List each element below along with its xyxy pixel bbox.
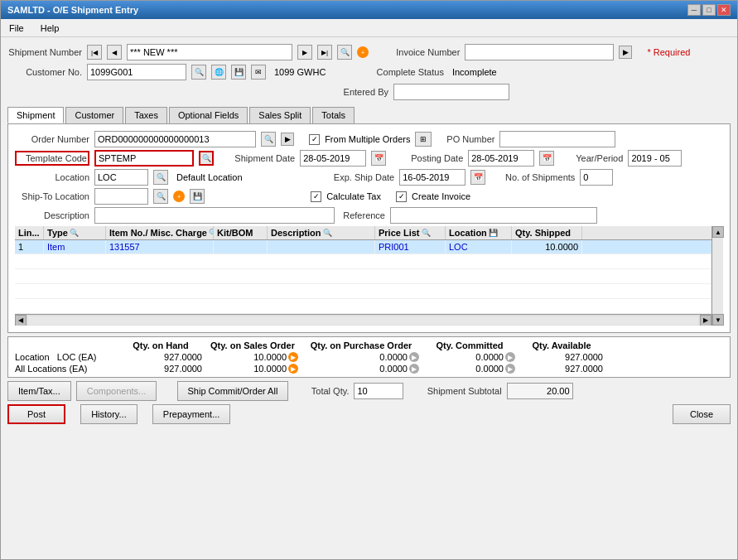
action-buttons-row: Item/Tax... Components... Ship Commit/Or… (7, 381, 731, 401)
nav-first-button[interactable] (87, 45, 102, 60)
tab-taxes[interactable]: Taxes (125, 107, 167, 123)
shipment-subtotal-value (507, 383, 573, 399)
table-row[interactable] (15, 254, 711, 269)
po-number-input[interactable] (499, 131, 615, 147)
add-shipment-button[interactable]: + (357, 46, 369, 58)
tab-optional-fields[interactable]: Optional Fields (169, 107, 248, 123)
search-ship-to-button[interactable]: 🔍 (153, 189, 168, 204)
reference-input[interactable] (390, 207, 597, 224)
table-row[interactable] (15, 284, 711, 299)
vertical-scrollbar[interactable]: ▲ ▼ (711, 226, 723, 326)
order-number-input[interactable] (94, 131, 256, 147)
tab-totals[interactable]: Totals (312, 107, 355, 123)
all-qty-committed: 0.0000 (475, 364, 504, 374)
customer-email-button[interactable]: ✉ (251, 65, 266, 80)
from-multiple-orders-checkbox[interactable] (309, 134, 320, 145)
exp-ship-date-calendar[interactable]: 📅 (470, 170, 485, 185)
shipment-number-input[interactable] (127, 44, 292, 60)
year-period-input[interactable] (628, 150, 682, 167)
all-qty-on-sales-order: 10.0000 (253, 364, 287, 374)
stats-header-row: Qty. on Hand Qty. on Sales Order Qty. on… (15, 340, 723, 350)
multiple-orders-icon[interactable]: ⊞ (415, 132, 432, 147)
search-customer-button[interactable]: 🔍 (191, 65, 206, 80)
tab-sales-split[interactable]: Sales Split (249, 107, 311, 123)
ship-commit-all-button[interactable]: Ship Commit/Order All (177, 381, 289, 401)
invoice-number-input[interactable] (465, 44, 614, 60)
item-tax-button[interactable]: Item/Tax... (7, 381, 71, 401)
customer-detail-button[interactable]: 🌐 (211, 65, 226, 80)
posting-date-input[interactable] (468, 150, 534, 167)
entered-by-input[interactable] (393, 84, 509, 100)
description-input[interactable] (94, 207, 335, 224)
add-ship-to-button[interactable]: + (173, 191, 185, 202)
search-location-button[interactable]: 🔍 (153, 170, 168, 185)
scroll-right-button[interactable]: ▶ (700, 315, 711, 326)
search-order-button[interactable]: 🔍 (261, 132, 276, 147)
nav-next-button[interactable] (297, 45, 312, 60)
customer-input[interactable] (87, 64, 186, 80)
cell-item-no: 131557 (106, 240, 214, 253)
shipment-number-label: Shipment Number (7, 47, 82, 57)
history-button[interactable]: History... (80, 404, 137, 424)
customer-save-button[interactable]: 💾 (231, 65, 246, 80)
invoice-nav-button[interactable]: ▶ (619, 46, 632, 59)
search-shipment-button[interactable]: 🔍 (337, 45, 352, 60)
shipment-date-input[interactable] (300, 150, 366, 167)
ship-to-location-input[interactable] (94, 188, 148, 205)
all-committed-indicator[interactable]: ▶ (505, 364, 515, 374)
tab-shipment[interactable]: Shipment (7, 107, 64, 123)
prepayment-button[interactable]: Prepayment... (152, 404, 230, 424)
maximize-button[interactable]: □ (702, 4, 716, 16)
menu-help[interactable]: Help (36, 22, 65, 35)
shipment-date-calendar[interactable]: 📅 (371, 151, 386, 166)
year-period-label: Year/Period (569, 153, 623, 163)
table-row[interactable] (15, 269, 711, 284)
nav-last-button[interactable] (317, 45, 332, 60)
post-button[interactable]: Post (7, 404, 65, 424)
tabs-container: Shipment Customer Taxes Optional Fields … (7, 107, 731, 333)
col-kit-bom: Kit/BOM (214, 226, 268, 239)
ship-to-save-button[interactable]: 💾 (190, 189, 205, 204)
order-play-button[interactable]: ▶ (281, 133, 294, 146)
no-of-shipments-input[interactable] (580, 169, 613, 186)
minimize-button[interactable]: ─ (687, 4, 701, 16)
nav-prev-button[interactable] (107, 45, 122, 60)
scroll-up-button[interactable]: ▲ (712, 226, 724, 238)
scrollbar-thumb (712, 238, 723, 314)
all-purchase-order-indicator[interactable]: ▶ (409, 364, 419, 374)
line-items-grid: Lin... Type 🔍 Item No./ Misc. Charge 🔍 K… (15, 226, 723, 326)
cell-price-list: PRI001 (375, 240, 446, 253)
table-row[interactable] (15, 299, 711, 314)
close-button[interactable]: Close (673, 404, 731, 424)
horizontal-scrollbar[interactable]: ◀ ▶ (15, 314, 711, 326)
scroll-down-button[interactable]: ▼ (712, 314, 724, 326)
posting-date-calendar[interactable]: 📅 (539, 151, 554, 166)
all-sales-order-indicator[interactable]: ▶ (288, 364, 298, 374)
components-button[interactable]: Components... (76, 381, 157, 401)
invoice-number-label: Invoice Number (393, 47, 460, 57)
close-window-button[interactable]: ✕ (717, 4, 731, 16)
template-row: Template Code 🔍 Shipment Date 📅 Posting … (15, 150, 723, 167)
description-row: Description Reference (15, 207, 723, 224)
scroll-left-button[interactable]: ◀ (15, 315, 27, 326)
tab-shipment-content: Order Number 🔍 ▶ From Multiple Orders ⊞ … (7, 123, 731, 333)
location-stat-prefix: Location (15, 352, 50, 362)
search-template-button[interactable]: 🔍 (199, 151, 214, 166)
loc-sales-order-indicator[interactable]: ▶ (288, 352, 298, 362)
shipment-subtotal-label: Shipment Subtotal (419, 386, 502, 396)
loc-committed-indicator[interactable]: ▶ (505, 352, 515, 362)
create-invoice-checkbox[interactable] (396, 191, 407, 202)
loc-purchase-order-indicator[interactable]: ▶ (409, 352, 419, 362)
order-number-label: Order Number (15, 134, 89, 144)
total-qty-input[interactable] (354, 383, 403, 399)
tab-customer[interactable]: Customer (65, 107, 123, 123)
table-row[interactable]: 1 Item 131557 PRI001 LOC 10.0000 (15, 240, 711, 254)
calculate-tax-checkbox[interactable] (311, 191, 321, 202)
location-input[interactable] (94, 169, 148, 186)
qty-on-purchase-order-header: Qty. on Purchase Order (303, 340, 419, 350)
col-line: Lin... (15, 226, 44, 239)
exp-ship-date-input[interactable] (399, 169, 465, 186)
menu-file[interactable]: File (4, 22, 29, 35)
template-code-input[interactable] (94, 150, 194, 167)
window-title: SAMLTD - O/E Shipment Entry (7, 5, 138, 15)
